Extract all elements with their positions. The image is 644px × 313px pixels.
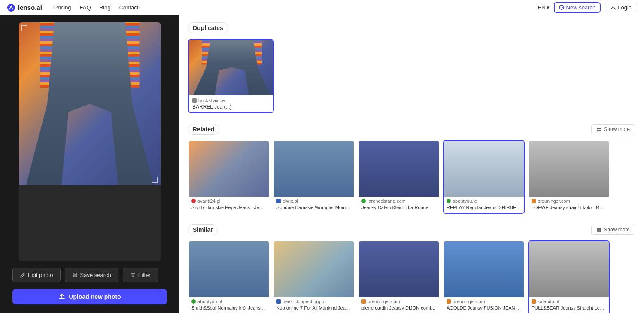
nav-faq[interactable]: FAQ bbox=[80, 4, 91, 11]
site-name: larondebrand.com bbox=[368, 198, 406, 204]
result-card-info: breuninger.comAGOLDE Jeansy FUSION JEAN … bbox=[444, 297, 524, 313]
upload-icon bbox=[58, 293, 65, 300]
similar-grid: aboutyou.plSmith&Soul Normalny krój Jean… bbox=[188, 240, 635, 313]
logo-icon bbox=[7, 3, 15, 12]
svg-rect-3 bbox=[74, 273, 76, 274]
result-site: breuninger.com bbox=[361, 299, 436, 304]
related-show-more-button[interactable]: Show more bbox=[591, 124, 635, 134]
result-title: Jeansy Calvin Klein – La Ronde bbox=[361, 204, 436, 210]
filter-icon bbox=[130, 272, 136, 278]
nav-contact[interactable]: Contact bbox=[119, 4, 139, 11]
site-favicon bbox=[276, 299, 281, 304]
result-card-info: elwix.plSpodnie Damskie Wrangler Mom Str… bbox=[274, 197, 354, 213]
site-name: elwix.pl bbox=[283, 198, 298, 204]
result-title: pierre cardin Jeansy DIJON comfort fit k… bbox=[361, 305, 436, 311]
result-card[interactable]: avanti24.plSzorty damskie Pepe Jeans - J… bbox=[188, 140, 270, 214]
result-site: elwix.pl bbox=[276, 198, 351, 204]
duplicate-card[interactable]: huckshair.de BARREL Jea (...) bbox=[188, 39, 274, 113]
query-image-wrapper bbox=[19, 22, 161, 261]
duplicate-card-image bbox=[189, 40, 274, 95]
result-card[interactable]: breuninger.comAGOLDE Jeansy FUSION JEAN … bbox=[443, 240, 525, 313]
result-card-image bbox=[274, 141, 354, 197]
similar-section: Similar Show more aboutyou.plSmith&Soul … bbox=[188, 224, 635, 313]
result-card[interactable]: elwix.plSpodnie Damskie Wrangler Mom Str… bbox=[273, 140, 355, 214]
site-name: breuninger.com bbox=[538, 198, 570, 204]
site-favicon bbox=[191, 199, 196, 203]
navbar: lenso.ai Pricing FAQ Blog Contact EN ▾ N… bbox=[0, 0, 644, 15]
result-card[interactable]: aboutyou.plSmith&Soul Normalny krój Jean… bbox=[188, 240, 270, 313]
result-card-image bbox=[359, 141, 439, 197]
site-favicon bbox=[447, 199, 451, 203]
result-site: avanti24.pl bbox=[191, 198, 266, 204]
save-icon bbox=[72, 272, 78, 278]
nav-blog[interactable]: Blog bbox=[100, 4, 111, 11]
result-card[interactable]: breuninger.compierre cardin Jeansy DIJON… bbox=[358, 240, 440, 313]
result-site: breuninger.com bbox=[447, 299, 521, 304]
crop-bracket-tl bbox=[21, 25, 27, 31]
save-search-button[interactable]: Save search bbox=[65, 268, 118, 282]
result-title: REPLAY Regular Jeans 'SHIRBEY' in Blue .… bbox=[447, 204, 521, 210]
navbar-right: EN ▾ New search Login bbox=[538, 2, 637, 13]
filter-button[interactable]: Filter bbox=[123, 268, 158, 282]
result-card-image bbox=[444, 141, 524, 197]
site-name: avanti24.pl bbox=[197, 198, 220, 204]
refresh-icon bbox=[559, 5, 564, 10]
site-name: peek-cloppenburg.pl bbox=[283, 299, 325, 304]
duplicates-header: Duplicates bbox=[188, 22, 635, 33]
result-card-info: zalando.plPULL&BEAR Jeansy Straight Leg/… bbox=[529, 297, 609, 313]
filter-label: Filter bbox=[138, 272, 151, 278]
upload-label: Upload new photo bbox=[69, 293, 121, 300]
action-buttons: Edit photo Save search Filter bbox=[12, 268, 167, 282]
related-show-more-label: Show more bbox=[604, 126, 630, 132]
result-card[interactable]: zalando.plPULL&BEAR Jeansy Straight Leg/… bbox=[528, 240, 610, 313]
svg-rect-7 bbox=[597, 130, 599, 131]
result-card-info: larondebrand.comJeansy Calvin Klein – La… bbox=[359, 197, 439, 213]
site-name: zalando.pl bbox=[538, 299, 559, 304]
person-silhouette bbox=[359, 241, 439, 297]
result-site: zalando.pl bbox=[532, 299, 606, 304]
main-layout: Edit photo Save search Filter Upload new… bbox=[0, 15, 644, 313]
edit-photo-button[interactable]: Edit photo bbox=[12, 268, 61, 282]
duplicates-grid: huckshair.de BARREL Jea (...) bbox=[188, 39, 635, 113]
query-image bbox=[19, 22, 161, 185]
duplicates-title: Duplicates bbox=[188, 22, 228, 33]
site-favicon bbox=[361, 299, 366, 304]
result-card[interactable]: breuninger.comLOEWE Jeansy straight kolo… bbox=[528, 140, 610, 214]
result-card-info: breuninger.compierre cardin Jeansy DIJON… bbox=[359, 297, 439, 313]
logo[interactable]: lenso.ai bbox=[7, 3, 42, 12]
result-title: AGOLDE Jeansy FUSION JEAN kolor a...2 bbox=[447, 305, 521, 311]
related-title: Related bbox=[188, 124, 219, 135]
result-site: peek-cloppenburg.pl bbox=[276, 299, 351, 304]
result-card[interactable]: peek-cloppenburg.plKup online 7 For All … bbox=[273, 240, 355, 313]
result-card[interactable]: aboutyou.ieREPLAY Regular Jeans 'SHIRBEY… bbox=[443, 140, 525, 214]
result-card-info: avanti24.plSzorty damskie Pepe Jeans - J… bbox=[189, 197, 269, 213]
result-title: Spodnie Damskie Wrangler Mom Stra...4 bbox=[276, 204, 351, 210]
result-title: Smith&Soul Normalny krój Jeansy w k...2 bbox=[191, 305, 266, 311]
upload-new-photo-button[interactable]: Upload new photo bbox=[12, 289, 167, 304]
result-card-image bbox=[529, 141, 609, 197]
svg-rect-9 bbox=[597, 228, 599, 230]
result-card[interactable]: larondebrand.comJeansy Calvin Klein – La… bbox=[358, 140, 440, 214]
new-search-button[interactable]: New search bbox=[554, 2, 601, 13]
person-silhouette bbox=[274, 141, 354, 197]
edit-photo-label: Edit photo bbox=[28, 272, 53, 278]
chevron-down-icon: ▾ bbox=[547, 4, 550, 11]
similar-show-more-button[interactable]: Show more bbox=[591, 225, 635, 235]
result-card-image bbox=[359, 241, 439, 297]
result-site: aboutyou.pl bbox=[191, 299, 266, 304]
language-selector[interactable]: EN ▾ bbox=[538, 4, 549, 11]
site-favicon bbox=[447, 299, 451, 304]
result-card-info: aboutyou.plSmith&Soul Normalny krój Jean… bbox=[189, 297, 269, 313]
person-silhouette bbox=[529, 141, 609, 197]
duplicate-card-info: huckshair.de BARREL Jea (...) bbox=[189, 95, 273, 112]
person-silhouette bbox=[359, 141, 439, 197]
site-favicon bbox=[532, 299, 536, 304]
login-button[interactable]: Login bbox=[605, 3, 637, 12]
duplicate-site: huckshair.de bbox=[192, 98, 270, 103]
lang-label: EN bbox=[538, 4, 545, 11]
edit-icon bbox=[20, 272, 25, 278]
related-header: Related Show more bbox=[188, 124, 635, 135]
nav-pricing[interactable]: Pricing bbox=[54, 4, 71, 11]
person-silhouette bbox=[444, 241, 524, 297]
related-section: Related Show more avanti24.plSzorty dams… bbox=[188, 124, 635, 214]
